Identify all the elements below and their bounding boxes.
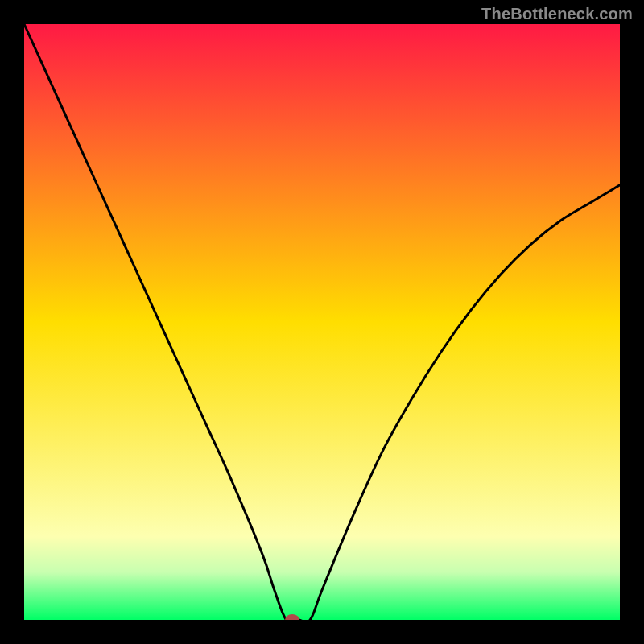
watermark-text: TheBottleneck.com (481, 5, 633, 23)
gradient-background (24, 24, 620, 620)
chart-svg (24, 24, 620, 620)
chart-container: TheBottleneck.com (0, 0, 644, 644)
plot-area (24, 24, 620, 620)
